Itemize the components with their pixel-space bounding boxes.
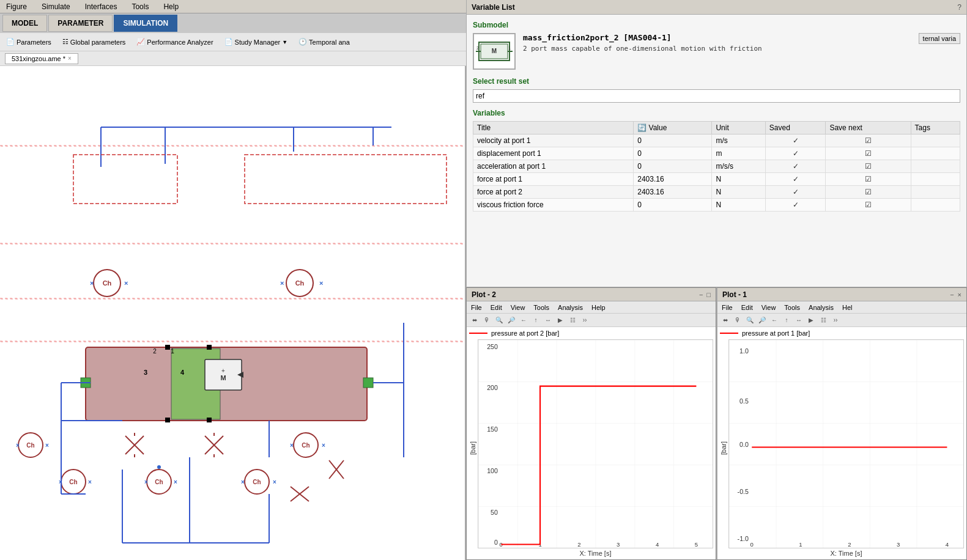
svg-rect-34 [165, 418, 170, 422]
table-row[interactable]: velocity at port 1 0 m/s ✓ ☑ [473, 134, 960, 147]
col-title[interactable]: Title [473, 122, 634, 134]
plot-2-tool-horiz[interactable]: ↔ [543, 315, 554, 326]
col-value[interactable]: 🔄 Value [634, 122, 712, 134]
plot-1-menu-tools[interactable]: Tools [782, 303, 802, 312]
plot-2-tool-grid[interactable]: ☷ [567, 315, 578, 326]
plot-1-tool-up[interactable]: ↑ [781, 315, 792, 326]
menu-interfaces[interactable]: Interfaces [81, 1, 121, 12]
plot-1-tool-left[interactable]: ← [769, 315, 780, 326]
plot-2-tool-audio[interactable]: 🎙 [481, 315, 492, 326]
var-save-next[interactable]: ☑ [826, 173, 911, 186]
menu-figure[interactable]: Figure [2, 1, 31, 12]
plot-1-menu-analysis[interactable]: Analysis [807, 303, 835, 312]
table-row[interactable]: force at port 1 2403.16 N ✓ ☑ [473, 173, 960, 186]
var-saved[interactable]: ✓ [765, 147, 826, 160]
toolbar-performance[interactable]: 📈 Performance Analyzer [134, 37, 215, 47]
menu-help[interactable]: Help [160, 1, 182, 12]
plot-2-tool-play[interactable]: ▶ [555, 315, 566, 326]
table-row[interactable]: force at port 2 2403.16 N ✓ ☑ [473, 186, 960, 199]
plot-1-menu-edit[interactable]: Edit [739, 303, 755, 312]
svg-text:2: 2 [153, 348, 157, 355]
table-row[interactable]: viscous friction force 0 N ✓ ☑ [473, 199, 960, 212]
svg-rect-12 [73, 155, 177, 204]
circuit-canvas[interactable]: Ch × × Ch × × + M [0, 66, 466, 560]
file-tab-item[interactable]: 531xingzou.ame * × [5, 53, 78, 64]
svg-text:1: 1 [171, 348, 174, 355]
toolbar-parameters[interactable]: 📄 Parameters [4, 37, 54, 47]
plot-2-menu-file[interactable]: File [469, 303, 484, 312]
svg-rect-92 [478, 340, 713, 548]
menu-simulate[interactable]: Simulate [38, 1, 74, 12]
plot-2-maximize[interactable]: □ [706, 291, 711, 298]
svg-text:2: 2 [577, 541, 580, 548]
var-saved[interactable]: ✓ [765, 199, 826, 212]
var-save-next[interactable]: ☑ [826, 134, 911, 147]
plot-1-menu-help[interactable]: Hel [840, 303, 854, 312]
table-row[interactable]: displacement port 1 0 m ✓ ☑ [473, 147, 960, 160]
var-saved[interactable]: ✓ [765, 134, 826, 147]
svg-rect-105 [729, 340, 963, 548]
tab-parameter[interactable]: PARAMETER [48, 15, 113, 32]
plot-2-menu-tools[interactable]: Tools [532, 303, 551, 312]
col-unit[interactable]: Unit [712, 122, 765, 134]
plot-2-tool-zoom-out[interactable]: 🔎 [506, 315, 517, 326]
plot-1-tool-cursor[interactable]: ⬌ [720, 315, 731, 326]
var-save-next[interactable]: ☑ [826, 147, 911, 160]
plot-2-menu-help[interactable]: Help [590, 303, 607, 312]
svg-text:×: × [280, 279, 284, 287]
result-set-input[interactable] [473, 89, 960, 103]
plot-1-titlebar: Plot - 1 − × [717, 288, 966, 301]
toolbar-temporal[interactable]: 🕑 Temporal ana [296, 37, 352, 47]
table-row[interactable]: acceleration at port 1 0 m/s/s ✓ ☑ [473, 160, 960, 173]
plot-1-tool-grid[interactable]: ☷ [818, 315, 829, 326]
plot-1-tool-zoom-out[interactable]: 🔎 [757, 315, 768, 326]
plot-2-menu-analysis[interactable]: Analysis [556, 303, 585, 312]
var-saved[interactable]: ✓ [765, 186, 826, 199]
plot-1-tool-more[interactable]: ›› [830, 315, 841, 326]
plot-1-close[interactable]: × [958, 291, 961, 298]
plot-1-tool-audio[interactable]: 🎙 [732, 315, 743, 326]
var-save-next[interactable]: ☑ [826, 199, 911, 212]
var-save-next[interactable]: ☑ [826, 186, 911, 199]
menu-tools[interactable]: Tools [128, 1, 152, 12]
plot-2-tool-left[interactable]: ← [518, 315, 529, 326]
plot-1-tool-zoom-in[interactable]: 🔍 [744, 315, 755, 326]
plot-2-tool-up[interactable]: ↑ [530, 315, 541, 326]
external-vars-tab[interactable]: ternal varia [919, 33, 960, 44]
var-saved[interactable]: ✓ [765, 173, 826, 186]
svg-rect-35 [207, 418, 212, 422]
plot-2-menu-view[interactable]: View [509, 303, 527, 312]
var-value: 0 [634, 160, 712, 173]
var-save-next[interactable]: ☑ [826, 160, 911, 173]
var-saved[interactable]: ✓ [765, 160, 826, 173]
plot-2-tool-zoom-in[interactable]: 🔍 [494, 315, 505, 326]
plot-1-tool-horiz[interactable]: ↔ [793, 315, 804, 326]
toolbar-global-params[interactable]: ☷ Global parameters [60, 37, 128, 47]
plot-1-canvas[interactable]: 1.0 0.5 0.0 -0.5 -1.0 0 1 2 3 [728, 339, 964, 548]
plot-2-menu-edit[interactable]: Edit [489, 303, 504, 312]
close-tab-btn[interactable]: × [68, 55, 72, 62]
plot-1-minimize[interactable]: − [950, 291, 954, 298]
svg-text:×: × [290, 442, 294, 449]
col-tags[interactable]: Tags [911, 122, 960, 134]
plot-2-canvas[interactable]: 250 200 150 100 50 0 0 1 2 [478, 339, 713, 548]
toolbar-study[interactable]: 📄 Study Manager ▼ [222, 37, 291, 47]
svg-text:0: 0 [750, 541, 754, 548]
tab-simulation[interactable]: SIMULATION [114, 15, 177, 32]
col-saved[interactable]: Saved [765, 122, 826, 134]
filename-label: 531xingzou.ame * [12, 55, 65, 62]
var-title: velocity at port 1 [473, 134, 634, 147]
plot-1-tool-play[interactable]: ▶ [806, 315, 817, 326]
svg-rect-0 [0, 146, 466, 146]
plot-2-tool-more[interactable]: ›› [579, 315, 590, 326]
study-dropdown-icon[interactable]: ▼ [282, 39, 287, 45]
tab-model[interactable]: MODEL [2, 15, 47, 32]
col-save-next[interactable]: Save next [826, 122, 911, 134]
svg-text:1: 1 [799, 541, 802, 548]
plot-1-menu-view[interactable]: View [760, 303, 778, 312]
help-btn[interactable]: ? [957, 3, 961, 12]
plot-1-menu-file[interactable]: File [720, 303, 735, 312]
plot-2-minimize[interactable]: − [699, 291, 703, 298]
plot-2-tool-cursor[interactable]: ⬌ [469, 315, 480, 326]
svg-text:150: 150 [487, 426, 498, 433]
